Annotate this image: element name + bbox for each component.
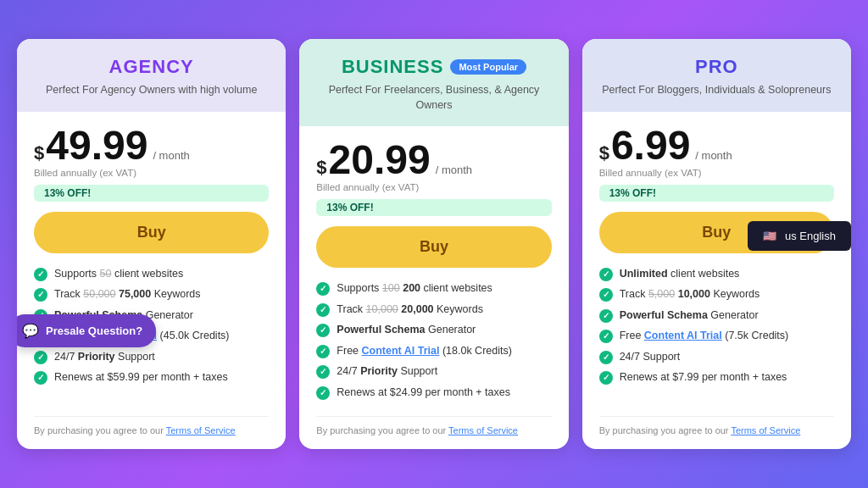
pro-body: $ 6.99 / month Billed annually (ex VAT) …: [582, 112, 851, 450]
check-icon: [599, 288, 613, 302]
list-item: 24/7 Priority Support: [316, 364, 551, 380]
pro-price: 6.99: [611, 125, 690, 166]
agency-card: AGENCY Perfect For Agency Owners with hi…: [17, 39, 286, 449]
check-icon: [34, 351, 47, 364]
presale-label: Presale Question?: [46, 324, 142, 337]
list-item: Free Content AI Trial (7.5k Credits): [599, 329, 834, 344]
check-icon: [34, 371, 47, 385]
check-icon: [599, 330, 613, 343]
list-item: Track 50,000 75,000 Keywords: [34, 287, 269, 302]
list-item: Renews at $7.99 per month + taxes: [599, 370, 834, 385]
list-item: Powerful Schema Generator: [316, 323, 551, 338]
agency-tos-link[interactable]: Terms of Service: [166, 425, 236, 435]
agency-off-badge: 13% OFF!: [34, 185, 269, 202]
agency-plan-title: AGENCY: [34, 56, 269, 78]
list-item: 24/7 Priority Support: [34, 350, 269, 365]
pro-tos: By purchasing you agree to our Terms of …: [599, 416, 834, 435]
agency-price-row: $ 49.99 / month: [34, 125, 269, 166]
pro-off-badge: 13% OFF!: [599, 185, 834, 202]
business-period: / month: [436, 164, 472, 176]
agency-billed: Billed annually (ex VAT): [34, 168, 269, 178]
business-tos-link[interactable]: Terms of Service: [448, 425, 518, 435]
check-icon: [34, 268, 47, 281]
pricing-container: AGENCY Perfect For Agency Owners with hi…: [17, 39, 851, 449]
check-icon: [316, 324, 330, 337]
check-icon: [316, 386, 330, 400]
check-icon: [599, 351, 613, 364]
business-off-badge: 13% OFF!: [316, 199, 551, 216]
check-icon: [34, 288, 47, 302]
check-icon: [599, 309, 613, 323]
content-ai-link[interactable]: Content AI Trial: [362, 345, 440, 357]
business-dollar: $: [316, 158, 326, 177]
agency-price: 49.99: [46, 125, 147, 166]
flag-icon: 🇺🇸: [763, 230, 776, 242]
check-icon: [599, 268, 613, 281]
list-item: Track 5,000 10,000 Keywords: [599, 287, 834, 302]
pro-header: PRO Perfect For Bloggers, Individuals & …: [582, 39, 851, 112]
pro-period: / month: [695, 149, 732, 162]
chat-icon: 💬: [22, 323, 39, 339]
presale-popup[interactable]: 💬 Presale Question?: [17, 314, 156, 347]
pro-card: PRO Perfect For Bloggers, Individuals & …: [582, 39, 851, 449]
check-icon: [599, 371, 613, 385]
pro-tos-link[interactable]: Terms of Service: [731, 425, 800, 435]
business-plan-title: BUSINESS: [342, 56, 443, 78]
business-subtitle: Perfect For Freelancers, Business, & Age…: [316, 83, 551, 113]
agency-header: AGENCY Perfect For Agency Owners with hi…: [17, 39, 286, 112]
agency-tos: By purchasing you agree to our Terms of …: [34, 416, 269, 435]
language-tooltip: 🇺🇸 us English: [748, 221, 851, 251]
list-item: Powerful Schema Generator: [599, 308, 834, 324]
list-item: Renews at $24.99 per month + taxes: [316, 385, 551, 401]
agency-buy-button[interactable]: Buy: [34, 212, 269, 253]
pro-plan-title: PRO: [599, 56, 834, 78]
business-buy-button[interactable]: Buy: [316, 226, 551, 268]
pro-subtitle: Perfect For Bloggers, Individuals & Solo…: [599, 83, 834, 98]
pro-billed: Billed annually (ex VAT): [599, 168, 834, 178]
business-header: BUSINESS Most Popular Perfect For Freela…: [299, 39, 568, 126]
list-item: Supports 100 200 client websites: [316, 281, 551, 297]
check-icon: [316, 365, 330, 379]
business-billed: Billed annually (ex VAT): [316, 182, 551, 192]
check-icon: [316, 303, 330, 317]
business-card: BUSINESS Most Popular Perfect For Freela…: [299, 39, 568, 449]
most-popular-badge: Most Popular: [450, 59, 526, 75]
agency-subtitle: Perfect For Agency Owners with high volu…: [34, 83, 269, 98]
list-item: 24/7 Support: [599, 350, 834, 365]
business-body: $ 20.99 / month Billed annually (ex VAT)…: [299, 126, 568, 449]
business-tos: By purchasing you agree to our Terms of …: [316, 416, 551, 435]
agency-dollar: $: [34, 144, 44, 163]
agency-period: / month: [153, 149, 189, 162]
list-item: Supports 50 client websites: [34, 267, 269, 282]
list-item: Free Content AI Trial (18.0k Credits): [316, 344, 551, 359]
content-ai-link[interactable]: Content AI Trial: [644, 330, 722, 341]
check-icon: [316, 282, 330, 296]
business-price-row: $ 20.99 / month: [316, 140, 551, 180]
list-item: Unlimited client websites: [599, 267, 834, 282]
pro-dollar: $: [599, 144, 609, 163]
business-badge-row: BUSINESS Most Popular: [316, 56, 551, 78]
language-label: us English: [785, 230, 836, 242]
list-item: Renews at $59.99 per month + taxes: [34, 370, 269, 385]
pro-features: Unlimited client websites Track 5,000 10…: [599, 267, 834, 407]
check-icon: [316, 345, 330, 358]
agency-body: $ 49.99 / month Billed annually (ex VAT)…: [17, 112, 286, 450]
pro-price-row: $ 6.99 / month: [599, 125, 834, 166]
business-price: 20.99: [329, 140, 431, 180]
list-item: Track 10,000 20,000 Keywords: [316, 302, 551, 318]
business-features: Supports 100 200 client websites Track 1…: [316, 281, 551, 406]
